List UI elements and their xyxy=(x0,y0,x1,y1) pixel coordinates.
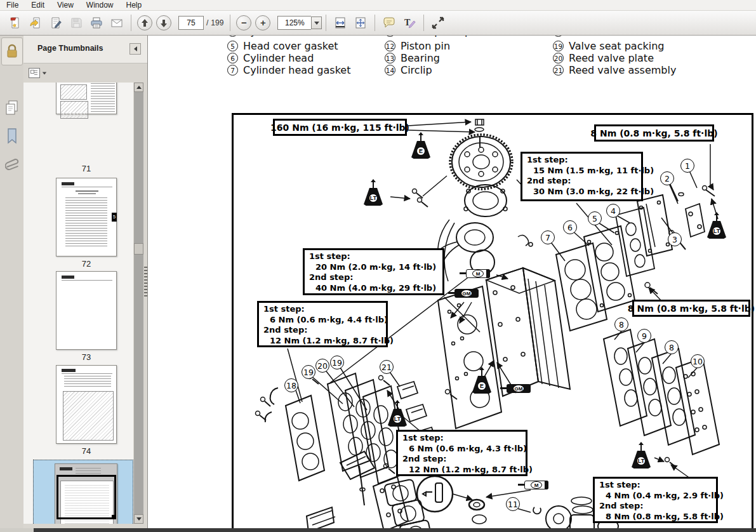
attachments-panel-button[interactable] xyxy=(0,156,23,175)
torque-callout-top-right: 8 Nm (0.8 m·kg, 5.8 ft·lb) xyxy=(594,124,714,142)
minus-icon: − xyxy=(241,17,247,28)
save-icon xyxy=(69,16,83,30)
options-list-icon xyxy=(29,68,40,78)
thumbnail-page-71[interactable] xyxy=(56,83,117,114)
thumbnail-options-button[interactable] xyxy=(29,67,48,79)
part-marker: 20 xyxy=(315,359,329,373)
plus-icon: + xyxy=(260,17,266,28)
arrow-down-icon xyxy=(160,19,168,27)
chapter-tab: 5 xyxy=(112,213,117,222)
view-indicator-handle[interactable] xyxy=(112,515,116,519)
part-marker: 6 xyxy=(563,220,577,234)
parts-list-item: 6Cylinder head xyxy=(227,52,314,64)
next-page-button[interactable] xyxy=(156,15,171,30)
fit-width-button[interactable] xyxy=(331,14,349,32)
arrow-up-icon xyxy=(141,19,149,27)
parts-list-item: 5Head cover gasket xyxy=(227,40,338,52)
bookmarks-panel-button[interactable] xyxy=(0,128,23,145)
chevron-down-icon xyxy=(314,22,319,25)
email-icon xyxy=(110,16,124,30)
menu-edit[interactable]: Edit xyxy=(25,0,51,10)
parts-list-item: 12Piston pin xyxy=(385,40,450,52)
torque-callout-crankcase: 1st step: 20 Nm (2.0 m·kg, 14 ft·lb) 2nd… xyxy=(303,248,444,295)
panel-resize-grip[interactable] xyxy=(144,267,147,298)
zoom-out-button[interactable]: − xyxy=(236,15,251,30)
engine-oil-can-icon: E xyxy=(472,369,492,394)
security-panel-button[interactable] xyxy=(1,37,23,65)
email-button[interactable] xyxy=(108,14,126,32)
comment-button[interactable] xyxy=(380,14,398,32)
taskbar-edge xyxy=(34,528,756,532)
fit-page-button[interactable] xyxy=(352,14,369,32)
print-button[interactable] xyxy=(88,14,105,32)
page-count: /199 xyxy=(206,18,223,27)
menu-file[interactable]: File xyxy=(0,0,25,10)
scroll-up-button[interactable] xyxy=(134,83,143,92)
thumbnail-page-74[interactable] xyxy=(56,365,117,444)
page-view-indicator[interactable] xyxy=(56,475,116,519)
comment-bubble-icon xyxy=(382,16,396,30)
torque-callout-intake: 1st step: 6 Nm (0.6 m·kg, 4.4 ft·lb) 2nd… xyxy=(257,301,388,347)
part-marker: 5 xyxy=(588,211,602,225)
thumbnail-label: 73 xyxy=(56,352,117,362)
menu-help[interactable]: Help xyxy=(120,0,149,10)
loctite-can-icon: LT xyxy=(363,182,383,206)
create-pdf-button[interactable] xyxy=(6,14,24,32)
lock-icon xyxy=(6,44,18,59)
fit-width-icon xyxy=(333,16,347,30)
pdf-viewer-window: File Edit View Window Help xyxy=(0,0,756,532)
thumbnail-page-72[interactable]: 5 xyxy=(56,178,117,256)
menu-window[interactable]: Window xyxy=(80,0,120,10)
previous-page-button[interactable] xyxy=(137,15,152,30)
loctite-can-icon: LT xyxy=(387,402,408,427)
part-marker: 19 xyxy=(302,365,315,379)
thumbnail-page-73[interactable] xyxy=(56,271,117,350)
thumbnail-scrollbar[interactable] xyxy=(134,83,143,524)
page-number-input[interactable]: 75 xyxy=(178,16,204,30)
panel-title: Page Thumbnails xyxy=(37,44,103,53)
thumbnail-page-75[interactable] xyxy=(55,463,117,524)
zoom-dropdown-button[interactable] xyxy=(311,17,322,29)
part-marker: 3 xyxy=(668,232,682,246)
create-pdf-icon xyxy=(8,16,22,30)
scroll-down-button[interactable] xyxy=(134,514,143,524)
torque-callout-flywheel: 160 Nm (16 m·kg, 115 ft·lb) xyxy=(273,119,407,136)
part-marker: 7 xyxy=(541,230,555,244)
part-marker: 19 xyxy=(330,356,344,369)
torque-callout-right: 8 Nm (0.8 m·kg, 5.8 ft·lb) xyxy=(632,300,750,317)
loctite-can-icon: LT xyxy=(706,215,727,239)
fullscreen-button[interactable] xyxy=(429,14,447,32)
export-button[interactable] xyxy=(27,14,44,32)
gasket-maker-tube-icon: GM xyxy=(500,383,531,394)
part-marker: 8 xyxy=(614,317,628,331)
torque-callout-bottom-center: 1st step: 6 Nm (0.6 m·kg, 4.3 ft·lb) 2nd… xyxy=(396,430,527,476)
sign-edit-button[interactable] xyxy=(47,14,65,32)
molybdenum-grease-tube-icon: M xyxy=(460,269,490,279)
part-marker: 9 xyxy=(637,329,651,343)
part-marker: 1 xyxy=(680,159,694,173)
export-icon xyxy=(29,16,43,30)
text-edit-icon: T xyxy=(402,16,416,30)
torque-callout-bottom-right: 1st step: 4 Nm (0.4 m·kg, 2.9 ft·lb) 2nd… xyxy=(593,477,718,523)
scrollbar-thumb[interactable] xyxy=(134,243,143,255)
thumbnail-label: 72 xyxy=(56,259,117,269)
panel-collapse-button[interactable] xyxy=(129,43,141,55)
text-markup-button[interactable]: T xyxy=(401,14,418,32)
part-marker: 11 xyxy=(506,497,520,511)
thumbnails-panel: Page Thumbnails 71 5 7 xyxy=(23,35,148,532)
save-button[interactable] xyxy=(67,14,85,32)
parts-list-item: 13Bearing xyxy=(385,52,440,64)
edit-pencil-icon xyxy=(49,16,63,30)
bookmark-icon xyxy=(6,128,18,145)
zoom-in-button[interactable]: + xyxy=(255,15,270,30)
toolbar: 75 /199 − + 125% xyxy=(0,11,756,36)
page-thumbnails-panel-button[interactable] xyxy=(0,100,23,116)
panel-header: Page Thumbnails xyxy=(23,35,147,63)
zoom-level-input[interactable]: 125% xyxy=(277,16,311,30)
pages-icon xyxy=(4,100,20,116)
window-bottom-edge xyxy=(0,528,34,532)
print-icon xyxy=(90,16,103,30)
triangle-up-icon xyxy=(136,86,142,89)
loctite-can-icon: LT xyxy=(631,444,651,469)
menu-view[interactable]: View xyxy=(51,0,80,10)
